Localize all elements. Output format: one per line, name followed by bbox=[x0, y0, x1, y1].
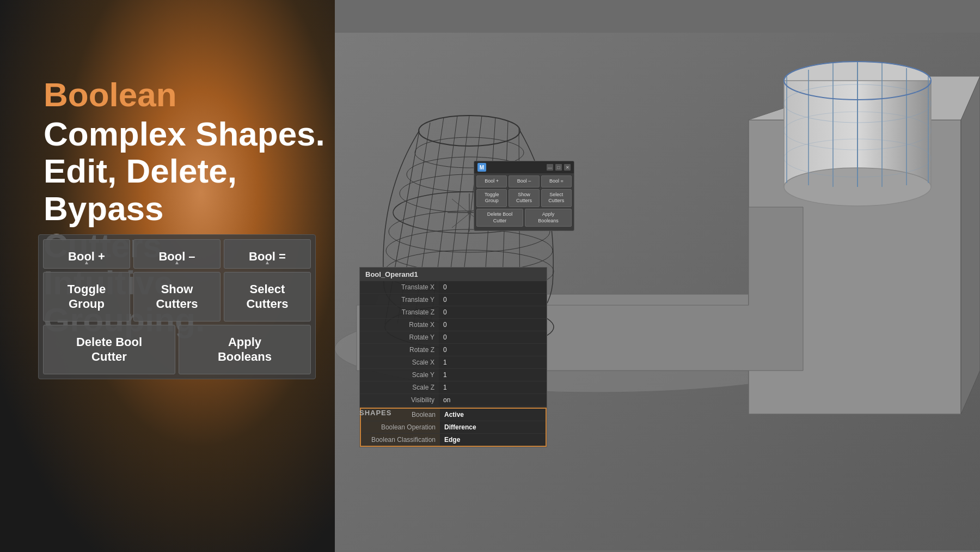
props-row-rotate-y: Rotate Y 0 bbox=[360, 331, 547, 344]
props-row-rotate-x: Rotate X 0 bbox=[360, 319, 547, 331]
action-buttons-row: Delete BoolCutter ApplyBooleans bbox=[43, 325, 311, 374]
mini-panel-logo: M bbox=[477, 163, 486, 172]
mini-panel-controls: — □ ✕ bbox=[547, 164, 571, 171]
props-value-scale-x: 1 bbox=[439, 356, 547, 368]
props-row-translate-y: Translate Y 0 bbox=[360, 294, 547, 306]
props-label-translate-x: Translate X bbox=[360, 281, 439, 293]
mini-panel-body: Bool + Bool – Bool = ToggleGroup ShowCut… bbox=[474, 173, 574, 230]
mini-cutter-row: ToggleGroup ShowCutters SelectCutters bbox=[476, 189, 572, 207]
title-line1: Complex Shapes. bbox=[44, 116, 335, 153]
props-row-boolean-class: Boolean Classification Edge bbox=[361, 434, 546, 446]
shapes-label: SHAPES bbox=[359, 409, 391, 417]
mini-restore-button[interactable]: □ bbox=[555, 164, 562, 171]
title-line2: Edit, Delete, Bypass bbox=[44, 153, 335, 227]
svg-marker-4 bbox=[961, 76, 980, 414]
toggle-group-button[interactable]: ToggleGroup bbox=[43, 272, 130, 322]
mini-bool-minus[interactable]: Bool – bbox=[509, 175, 539, 187]
title-boolean: Boolean bbox=[44, 76, 335, 113]
props-label-rotate-x: Rotate X bbox=[360, 319, 439, 331]
props-table: Translate X 0 Translate Y 0 Translate Z … bbox=[360, 281, 547, 447]
mini-close-button[interactable]: ✕ bbox=[564, 164, 571, 171]
apply-booleans-button[interactable]: ApplyBooleans bbox=[179, 325, 311, 374]
button-panel: Bool + Bool – Bool = ToggleGroup ShowCut… bbox=[38, 234, 316, 379]
props-row-scale-x: Scale X 1 bbox=[360, 356, 547, 369]
mini-bool-equals[interactable]: Bool = bbox=[541, 175, 572, 187]
mini-select-cutters[interactable]: SelectCutters bbox=[541, 189, 572, 207]
props-label-translate-z: Translate Z bbox=[360, 306, 439, 318]
props-value-rotate-z: 0 bbox=[439, 344, 547, 356]
props-label-scale-x: Scale X bbox=[360, 356, 439, 368]
props-row-translate-x: Translate X 0 bbox=[360, 281, 547, 294]
props-label-boolean-op: Boolean Operation bbox=[361, 421, 440, 433]
mini-show-cutters[interactable]: ShowCutters bbox=[509, 189, 539, 207]
mini-panel: M — □ ✕ Bool + Bool – Bool = ToggleGroup… bbox=[474, 161, 574, 231]
props-panel: Bool_Operand1 Translate X 0 Translate Y … bbox=[359, 267, 547, 447]
props-value-rotate-x: 0 bbox=[439, 319, 547, 331]
props-header: Bool_Operand1 bbox=[360, 268, 547, 281]
svg-point-36 bbox=[386, 229, 553, 272]
props-label-rotate-z: Rotate Z bbox=[360, 344, 439, 356]
mini-apply-booleans[interactable]: ApplyBooleans bbox=[525, 209, 572, 227]
props-row-scale-z: Scale Z 1 bbox=[360, 381, 547, 394]
props-row-visibility: Visibility on bbox=[360, 394, 547, 407]
props-row-scale-y: Scale Y 1 bbox=[360, 369, 547, 381]
props-value-visibility: on bbox=[439, 394, 547, 406]
mini-delete-bool[interactable]: Delete BoolCutter bbox=[476, 209, 523, 227]
show-cutters-button[interactable]: ShowCutters bbox=[133, 272, 220, 322]
props-label-translate-y: Translate Y bbox=[360, 294, 439, 306]
bool-plus-button[interactable]: Bool + bbox=[43, 239, 130, 269]
mini-bool-plus[interactable]: Bool + bbox=[476, 175, 507, 187]
props-label-boolean-class: Boolean Classification bbox=[361, 434, 440, 446]
props-label-scale-y: Scale Y bbox=[360, 369, 439, 381]
svg-point-20 bbox=[419, 116, 520, 146]
props-value-rotate-y: 0 bbox=[439, 331, 547, 343]
props-row-translate-z: Translate Z 0 bbox=[360, 306, 547, 319]
mini-bool-row: Bool + Bool – Bool = bbox=[476, 175, 572, 187]
props-value-boolean-op: Difference bbox=[440, 421, 546, 433]
mini-panel-titlebar: M — □ ✕ bbox=[474, 161, 574, 173]
mini-minimize-button[interactable]: — bbox=[547, 164, 553, 171]
mini-toggle-group[interactable]: ToggleGroup bbox=[476, 189, 507, 207]
bool-buttons-row: Bool + Bool – Bool = bbox=[43, 239, 311, 269]
bool-equals-button[interactable]: Bool = bbox=[224, 239, 311, 269]
props-value-scale-z: 1 bbox=[439, 381, 547, 393]
props-value-boolean-class: Edge bbox=[440, 434, 546, 446]
cutter-buttons-row: ToggleGroup ShowCutters SelectCutters bbox=[43, 272, 311, 322]
props-label-scale-z: Scale Z bbox=[360, 381, 439, 393]
props-label-rotate-y: Rotate Y bbox=[360, 331, 439, 343]
props-label-visibility: Visibility bbox=[360, 394, 439, 406]
bool-minus-button[interactable]: Bool – bbox=[133, 239, 220, 269]
props-value-translate-y: 0 bbox=[439, 294, 547, 306]
delete-bool-cutter-button[interactable]: Delete BoolCutter bbox=[43, 325, 175, 374]
props-row-rotate-z: Rotate Z 0 bbox=[360, 344, 547, 356]
props-value-scale-y: 1 bbox=[439, 369, 547, 381]
props-row-boolean-op: Boolean Operation Difference bbox=[361, 421, 546, 434]
mini-action-row: Delete BoolCutter ApplyBooleans bbox=[476, 209, 572, 227]
left-panel: Boolean Complex Shapes. Edit, Delete, By… bbox=[0, 0, 335, 552]
select-cutters-button[interactable]: SelectCutters bbox=[224, 272, 311, 322]
props-value-translate-z: 0 bbox=[439, 306, 547, 318]
props-value-translate-x: 0 bbox=[439, 281, 547, 293]
props-value-boolean: Active bbox=[440, 409, 546, 421]
